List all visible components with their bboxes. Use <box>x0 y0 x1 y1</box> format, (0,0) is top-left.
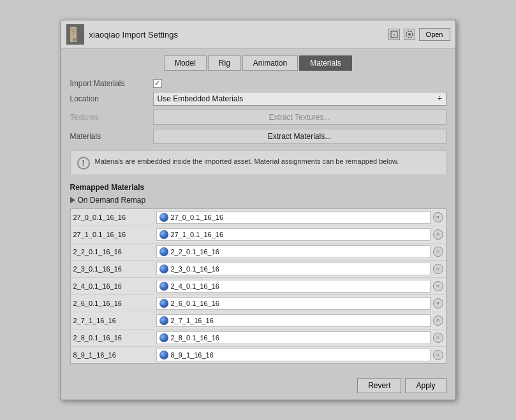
content-area: Model Rig Animation Materials Import Mat… <box>61 49 455 373</box>
material-value-field[interactable]: 27_1_0.1_16_16 <box>156 228 431 241</box>
import-materials-label: Import Materials <box>70 79 153 88</box>
material-dot-icon <box>159 230 168 239</box>
material-select-button[interactable]: ○ <box>433 315 443 326</box>
tab-model[interactable]: Model <box>164 55 207 71</box>
remapped-title: Remapped Materials <box>70 183 446 192</box>
material-select-button[interactable]: ○ <box>433 333 443 343</box>
material-value-text: 2_8_0.1_16_16 <box>171 334 219 342</box>
material-dot-icon <box>159 333 168 342</box>
info-text: Materials are embedded inside the import… <box>95 156 399 167</box>
material-dot-icon <box>159 282 168 291</box>
material-row: 2_2_0.1_16_162_2_0.1_16_16○ <box>71 243 446 261</box>
material-value-text: 2_4_0.1_16_16 <box>171 282 219 290</box>
expand-triangle-icon <box>70 197 75 203</box>
open-button[interactable]: Open <box>419 28 450 41</box>
material-select-button[interactable]: ○ <box>433 281 443 291</box>
materials-label: Materials <box>70 132 153 141</box>
material-name: 27_1_0.1_16_16 <box>73 231 156 238</box>
material-value-field[interactable]: 2_7_1_16_16 <box>156 314 431 327</box>
material-row: 2_6_0.1_16_162_6_0.1_16_16○ <box>71 295 446 312</box>
title-bar-right: ? Open <box>388 28 450 41</box>
material-dot-icon <box>159 264 168 273</box>
material-select-button[interactable]: ○ <box>433 212 443 222</box>
material-value-field[interactable]: 2_3_0.1_16_16 <box>156 263 431 275</box>
location-select[interactable]: Use Embedded Materials ÷ <box>153 92 446 106</box>
location-row: Location Use Embedded Materials ÷ <box>70 92 446 106</box>
material-dot-icon <box>159 351 168 359</box>
material-row: 27_1_0.1_16_1627_1_0.1_16_16○ <box>71 226 446 243</box>
title-bar-left: xiaoqiao Import Settings <box>66 24 178 45</box>
location-control: Use Embedded Materials ÷ <box>153 92 446 106</box>
material-name: 8_9_1_16_16 <box>73 351 156 359</box>
extract-materials-button[interactable]: Extract Materials... <box>153 129 446 144</box>
material-dot-icon <box>159 213 168 222</box>
material-value-field[interactable]: 2_8_0.1_16_16 <box>156 331 431 344</box>
textures-label: Textures <box>70 113 153 122</box>
material-value-text: 2_3_0.1_16_16 <box>171 265 219 273</box>
settings-button[interactable] <box>404 29 415 40</box>
material-value-field[interactable]: 2_2_0.1_16_16 <box>156 245 431 258</box>
material-value-text: 8_9_1_16_16 <box>171 351 214 359</box>
materials-control: Extract Materials... <box>153 129 446 144</box>
help-button[interactable]: ? <box>388 29 400 40</box>
apply-button[interactable]: Apply <box>405 378 446 393</box>
material-row: 27_0_0.1_16_1627_0_0.1_16_16○ <box>71 209 446 226</box>
import-materials-control <box>153 78 446 88</box>
location-label: Location <box>70 94 153 103</box>
location-value: Use Embedded Materials <box>158 94 244 103</box>
material-dot-icon <box>159 316 168 325</box>
material-row: 8_9_1_16_168_9_1_16_16○ <box>71 347 446 363</box>
import-materials-checkbox[interactable] <box>153 79 162 88</box>
material-select-button[interactable]: ○ <box>433 247 443 257</box>
tabs-row: Model Rig Animation Materials <box>70 55 446 71</box>
material-name: 2_8_0.1_16_16 <box>73 334 156 342</box>
on-demand-row[interactable]: On Demand Remap <box>70 196 446 205</box>
material-value-field[interactable]: 27_0_0.1_16_16 <box>156 211 431 224</box>
tab-animation[interactable]: Animation <box>242 55 298 71</box>
material-name: 27_0_0.1_16_16 <box>73 214 156 221</box>
title-bar: xiaoqiao Import Settings ? Open <box>61 20 455 49</box>
material-name: 2_7_1_16_16 <box>73 317 156 324</box>
form-section: Import Materials Location Use Embedded M… <box>70 78 446 144</box>
material-row: 2_3_0.1_16_162_3_0.1_16_16○ <box>71 261 446 278</box>
tab-materials[interactable]: Materials <box>299 55 352 71</box>
material-name: 2_6_0.1_16_16 <box>73 300 156 307</box>
material-value-text: 27_0_0.1_16_16 <box>171 214 224 221</box>
material-select-button[interactable]: ○ <box>433 229 443 240</box>
location-arrow: ÷ <box>438 94 442 103</box>
extract-textures-button[interactable]: Extract Textures... <box>153 110 446 125</box>
svg-text:?: ? <box>392 33 395 38</box>
import-settings-window: xiaoqiao Import Settings ? Open Model Ri… <box>61 20 456 400</box>
info-box: ! Materials are embedded inside the impo… <box>70 150 446 175</box>
material-row: 2_4_0.1_16_162_4_0.1_16_16○ <box>71 278 446 295</box>
material-value-field[interactable]: 8_9_1_16_16 <box>156 349 431 361</box>
tab-rig[interactable]: Rig <box>208 55 241 71</box>
material-value-text: 2_2_0.1_16_16 <box>171 248 219 256</box>
window-title: xiaoqiao Import Settings <box>89 30 178 40</box>
material-value-field[interactable]: 2_6_0.1_16_16 <box>156 297 431 310</box>
material-name: 2_2_0.1_16_16 <box>73 248 156 256</box>
material-list: 27_0_0.1_16_1627_0_0.1_16_16○27_1_0.1_16… <box>70 208 446 364</box>
textures-control: Extract Textures... <box>153 110 446 125</box>
material-dot-icon <box>159 247 168 256</box>
svg-point-7 <box>408 33 411 36</box>
material-name: 2_3_0.1_16_16 <box>73 265 156 273</box>
material-value-field[interactable]: 2_4_0.1_16_16 <box>156 280 431 293</box>
revert-button[interactable]: Revert <box>357 378 401 393</box>
material-value-text: 27_1_0.1_16_16 <box>171 231 224 238</box>
material-value-text: 2_7_1_16_16 <box>171 317 214 324</box>
on-demand-label: On Demand Remap <box>78 196 146 205</box>
material-select-button[interactable]: ○ <box>433 264 443 274</box>
material-select-button[interactable]: ○ <box>433 298 443 308</box>
import-materials-row: Import Materials <box>70 78 446 88</box>
textures-row: Textures Extract Textures... <box>70 110 446 125</box>
material-select-button[interactable]: ○ <box>433 350 443 360</box>
material-name: 2_4_0.1_16_16 <box>73 282 156 290</box>
material-dot-icon <box>159 299 168 308</box>
app-icon <box>66 24 84 45</box>
info-icon: ! <box>77 157 90 170</box>
material-value-text: 2_6_0.1_16_16 <box>171 300 219 307</box>
material-row: 2_8_0.1_16_162_8_0.1_16_16○ <box>71 329 446 347</box>
material-row: 2_7_1_16_162_7_1_16_16○ <box>71 312 446 329</box>
materials-row: Materials Extract Materials... <box>70 129 446 144</box>
